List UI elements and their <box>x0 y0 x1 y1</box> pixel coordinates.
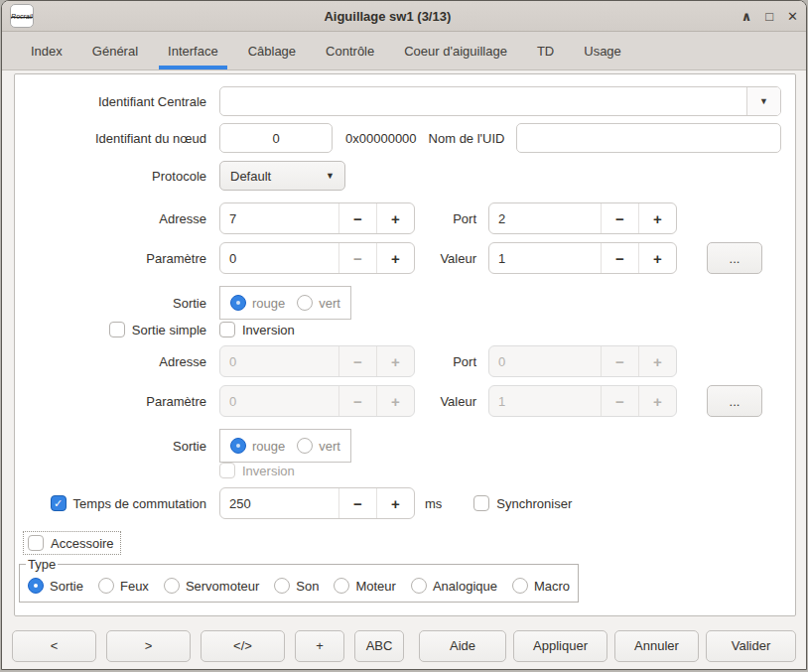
close-icon[interactable]: ✕ <box>787 10 798 23</box>
type-radio-moteur[interactable]: Moteur <box>334 578 395 594</box>
parametre1-label: Paramètre <box>15 251 206 266</box>
port1-value[interactable]: 2 <box>489 203 601 233</box>
temps-increment-button[interactable]: + <box>376 488 414 518</box>
type-analogique-label: Analogique <box>433 579 497 594</box>
identifiant-centrale-dropdown-icon[interactable]: ▼ <box>746 87 780 115</box>
sortie-simple-checkbox-box[interactable] <box>109 322 125 337</box>
adresse1-value[interactable]: 7 <box>220 203 338 233</box>
type-radio-feux[interactable]: Feux <box>98 578 149 594</box>
accessoire-focus-frame: Accessoire <box>23 531 121 555</box>
sortie1-radio-rouge[interactable]: rouge <box>230 295 285 311</box>
next-button[interactable]: > <box>106 630 191 662</box>
parametre1-spinbox[interactable]: 0 − + <box>219 242 415 274</box>
radio-unselected-icon[interactable] <box>297 295 313 311</box>
valeur2-increment-button: + <box>638 386 676 416</box>
inversion1-checkbox[interactable]: Inversion <box>219 322 295 337</box>
sortie-simple-checkbox[interactable]: Sortie simple <box>109 322 206 337</box>
protocole-dropdown[interactable]: Default ▼ <box>219 161 345 191</box>
temps-commutation-label: Temps de commutation <box>73 496 206 511</box>
maximize-icon[interactable]: □ <box>765 10 773 23</box>
tab-cablage[interactable]: Câblage <box>233 32 311 69</box>
port1-increment-button[interactable]: + <box>638 203 676 233</box>
temps-commutation-checkbox-box[interactable]: ✓ <box>51 495 67 511</box>
valeur1-spinbox[interactable]: 1 − + <box>488 242 677 274</box>
dialog-button-bar: < > </> + ABC Aide Appliquer Annuler Val… <box>2 622 806 669</box>
nom-uid-label: Nom de l'UID <box>429 131 505 146</box>
temps-decrement-button[interactable]: − <box>338 488 376 518</box>
port2-value: 0 <box>489 346 601 376</box>
port1-decrement-button[interactable]: − <box>601 203 638 233</box>
type-radio-analogique[interactable]: Analogique <box>411 578 497 594</box>
synchroniser-checkbox[interactable]: Synchroniser <box>473 495 572 511</box>
type-radio-macro[interactable]: Macro <box>512 578 570 594</box>
tab-general[interactable]: Général <box>77 32 153 69</box>
add-button[interactable]: + <box>295 630 344 662</box>
accessoire-label: Accessoire <box>51 536 114 551</box>
protocole-dropdown-icon: ▼ <box>326 171 335 181</box>
identifiant-noeud-input[interactable]: 0 <box>219 123 333 153</box>
type-radio-sortie[interactable]: Sortie <box>28 578 83 594</box>
tab-usage[interactable]: Usage <box>569 32 636 69</box>
radio-selected-icon <box>230 438 246 454</box>
radio-unselected-icon <box>297 438 313 454</box>
temps-commutation-value[interactable]: 250 <box>220 488 338 518</box>
valeur1-increment-button[interactable]: + <box>638 243 676 273</box>
radio-unselected-icon[interactable] <box>98 578 114 594</box>
accessoire-checkbox-box[interactable] <box>28 535 44 551</box>
radio-unselected-icon[interactable] <box>274 578 290 594</box>
type-radio-son[interactable]: Son <box>274 578 319 594</box>
nom-uid-input[interactable] <box>516 123 781 153</box>
parametre1-increment-button[interactable]: + <box>376 243 414 273</box>
valeur2-browse-button[interactable]: ... <box>707 385 762 417</box>
radio-unselected-icon[interactable] <box>512 578 528 594</box>
valeur2-label: Valeur <box>429 394 476 409</box>
tab-interface[interactable]: Interface <box>153 32 233 69</box>
minimize-icon[interactable]: ∧ <box>741 10 752 23</box>
radio-unselected-icon[interactable] <box>164 578 180 594</box>
valeur1-value[interactable]: 1 <box>489 243 601 273</box>
cancel-button[interactable]: Annuler <box>614 630 699 662</box>
inversion1-checkbox-box[interactable] <box>219 322 235 337</box>
tab-td[interactable]: TD <box>522 32 569 69</box>
port2-spinbox: 0 − + <box>488 345 677 377</box>
valeur2-spinbox: 1 − + <box>488 385 677 417</box>
radio-unselected-icon[interactable] <box>411 578 427 594</box>
type-moteur-label: Moteur <box>355 579 395 594</box>
previous-button[interactable]: < <box>12 630 96 662</box>
radio-unselected-icon[interactable] <box>334 578 349 594</box>
parametre2-value: 0 <box>220 386 338 416</box>
ms-unit-label: ms <box>425 496 442 511</box>
synchroniser-checkbox-box[interactable] <box>473 495 489 511</box>
accessoire-checkbox[interactable]: Accessoire <box>28 535 114 551</box>
tab-coeur-aiguillage[interactable]: Coeur d'aiguillage <box>389 32 522 69</box>
adresse1-spinbox[interactable]: 7 − + <box>219 202 415 234</box>
sortie1-radio-vert[interactable]: vert <box>297 295 340 311</box>
radio-selected-icon[interactable] <box>28 578 44 594</box>
titlebar[interactable]: Rocrail Aiguillage sw1 (3/13) ∧ □ ✕ <box>2 1 806 32</box>
temps-commutation-checkbox[interactable]: ✓ Temps de commutation <box>51 495 206 511</box>
adresse1-decrement-button[interactable]: − <box>338 203 376 233</box>
type-radio-servomoteur[interactable]: Servomoteur <box>164 578 259 594</box>
valeur1-decrement-button[interactable]: − <box>601 243 638 273</box>
parametre2-decrement-button: − <box>338 386 376 416</box>
identifiant-centrale-combobox[interactable]: ▼ <box>219 86 781 116</box>
sortie1-radio-group: rouge vert <box>219 286 351 320</box>
ok-button[interactable]: Valider <box>706 630 796 662</box>
sortie2-radio-rouge: rouge <box>230 438 285 454</box>
help-button[interactable]: Aide <box>419 630 506 662</box>
port1-spinbox[interactable]: 2 − + <box>488 202 677 234</box>
xml-button[interactable]: </> <box>201 630 285 662</box>
abc-button[interactable]: ABC <box>354 630 404 662</box>
port2-decrement-button: − <box>601 346 638 376</box>
parametre1-value[interactable]: 0 <box>220 243 338 273</box>
interface-panel: Identifiant Centrale ▼ Identifiant du nœ… <box>14 73 796 616</box>
adresse2-spinbox: 0 − + <box>219 345 415 377</box>
radio-selected-icon[interactable] <box>230 295 246 311</box>
tab-index[interactable]: Index <box>16 32 77 69</box>
tab-controle[interactable]: Contrôle <box>311 32 389 69</box>
apply-button[interactable]: Appliquer <box>513 630 607 662</box>
parametre2-spinbox: 0 − + <box>219 385 415 417</box>
adresse1-increment-button[interactable]: + <box>376 203 414 233</box>
valeur1-browse-button[interactable]: ... <box>707 242 762 274</box>
temps-commutation-spinbox[interactable]: 250 − + <box>219 487 415 519</box>
